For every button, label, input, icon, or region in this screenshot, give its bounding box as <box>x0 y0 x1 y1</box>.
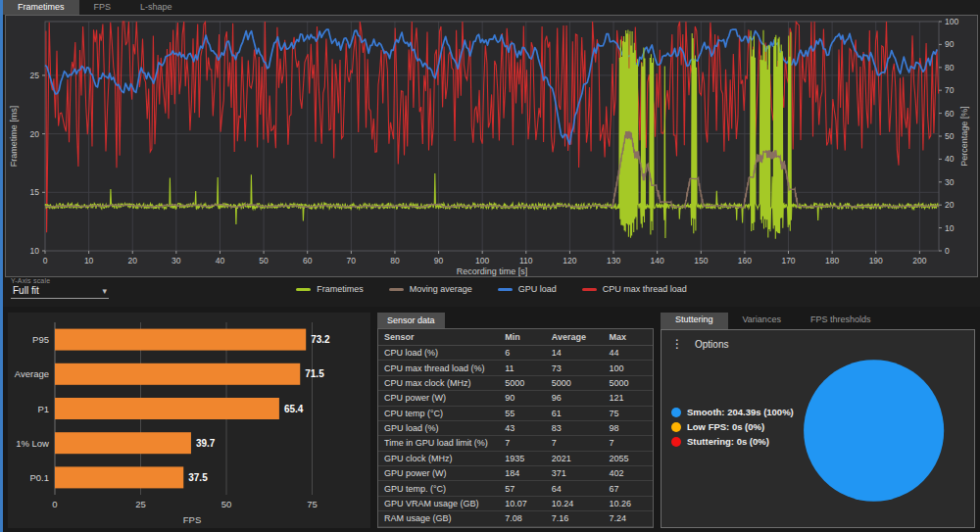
column-header: Sensor <box>378 329 499 346</box>
table-cell: 5000 <box>499 375 546 390</box>
table-cell: 83 <box>546 420 604 435</box>
legend-label: GPU load <box>518 284 557 294</box>
bar-p0-1 <box>55 466 183 488</box>
x-tick: 150 <box>694 256 708 266</box>
table-cell: 2055 <box>604 451 653 465</box>
column-header: Min <box>499 329 546 346</box>
sensor-data-panel: Sensor data SensorMinAverageMax CPU load… <box>377 313 654 528</box>
x-tick: 160 <box>738 256 752 266</box>
bar-value-label: 37.5 <box>188 472 208 483</box>
table-cell: 184 <box>499 466 546 481</box>
stuttering-legend: Smooth: 204.39s (100%)Low FPS: 0s (0%)St… <box>671 407 794 447</box>
bar-p95 <box>55 329 306 351</box>
table-cell: 10.24 <box>546 496 604 510</box>
column-header: Average <box>546 329 604 346</box>
stuttering-panel: StutteringVariancesFPS thresholds ⋮ Opti… <box>661 313 975 528</box>
y-right-tick: 60 <box>945 109 955 119</box>
table-cell: GPU power (W) <box>378 466 499 481</box>
options-label: Options <box>695 339 728 350</box>
bar-category-label: Average <box>15 368 49 379</box>
tab-sensor-data[interactable]: Sensor data <box>377 313 445 328</box>
table-cell: 7.16 <box>546 511 604 526</box>
table-cell: 55 <box>499 406 546 420</box>
options-button[interactable]: ⋮ Options <box>671 338 728 350</box>
y-right-tick: 50 <box>945 131 955 141</box>
frametime-chart: 1015202501020304050607080901000102030405… <box>6 16 978 276</box>
table-cell: CPU temp (°C) <box>378 406 499 420</box>
legend-swatch <box>498 288 513 291</box>
y-left-tick: 15 <box>30 187 40 197</box>
bar-x-axis-label: FPS <box>183 514 201 525</box>
chart-tabbar: FrametimesFPSL-shape <box>3 0 980 15</box>
legend-label: CPU max thread load <box>603 284 687 294</box>
legend-item-moving-average: Moving average <box>389 284 472 294</box>
table-cell: CPU power (W) <box>378 391 499 406</box>
frametime-chart-panel: 1015202501020304050607080901000102030405… <box>5 15 978 277</box>
x-tick: 60 <box>303 256 313 266</box>
table-cell: 7.08 <box>499 511 546 526</box>
y-right-tick: 90 <box>945 39 955 49</box>
tab-fps-thresholds[interactable]: FPS thresholds <box>796 313 886 329</box>
table-row: GPU VRAM usage (GB)10.0710.2410.26 <box>378 496 653 510</box>
pie-legend-dot <box>671 437 681 447</box>
tab-l-shape[interactable]: L-shape <box>125 0 187 15</box>
pie-legend-label: Stuttering: 0s (0%) <box>687 436 769 447</box>
x-tick: 100 <box>475 256 489 266</box>
table-cell: 57 <box>499 481 546 496</box>
fps-percentile-panel: 0255075P9573.2Average71.5P165.41% Low39.… <box>8 313 370 528</box>
table-cell: 10.26 <box>604 496 653 510</box>
table-cell: RAM usage (GB) <box>378 511 499 526</box>
table-cell: 371 <box>546 466 604 481</box>
table-cell: 7 <box>604 436 653 451</box>
bar-x-tick: 50 <box>221 499 232 509</box>
pie-legend-label: Low FPS: 0s (0%) <box>687 421 764 432</box>
table-row: GPU power (W)184371402 <box>378 466 653 481</box>
x-tick: 120 <box>563 256 576 266</box>
tab-fps[interactable]: FPS <box>79 0 126 15</box>
legend-label: Moving average <box>410 284 472 294</box>
y-axis-scale-label: Y-Axis scale <box>11 277 109 284</box>
y-right-tick: 30 <box>945 177 955 187</box>
x-tick: 50 <box>259 256 269 266</box>
bar-x-tick: 75 <box>307 499 318 509</box>
y-right-tick: 10 <box>945 223 955 233</box>
bar-category-label: P1 <box>37 404 49 414</box>
y-left-tick: 10 <box>30 246 40 256</box>
x-tick: 180 <box>825 256 839 266</box>
pie-legend-label: Smooth: 204.39s (100%) <box>687 407 794 417</box>
capframex-analysis-window: FrametimesFPSL-shape 1015202501020304050… <box>0 0 980 532</box>
bottom-section: 0255075P9573.2Average71.5P165.41% Low39.… <box>3 307 980 532</box>
x-axis-label: Recording time [s] <box>457 266 528 276</box>
table-cell: 121 <box>604 391 653 406</box>
table-cell: CPU load (%) <box>378 346 499 361</box>
bar-average <box>55 363 300 385</box>
chart-footer: Y-Axis scale Full fit ▾ FrametimesMoving… <box>3 277 980 307</box>
y-right-tick: 40 <box>945 154 955 164</box>
x-tick: 70 <box>347 256 357 266</box>
table-cell: 7 <box>499 436 546 451</box>
y-right-tick: 100 <box>945 17 958 26</box>
x-tick: 10 <box>84 256 94 266</box>
sensor-table-header-row: SensorMinAverageMax <box>378 329 653 346</box>
pie-legend-dot <box>671 422 681 432</box>
table-row: CPU power (W)9096121 <box>378 391 653 406</box>
table-cell: GPU clock (MHz) <box>378 451 499 465</box>
table-cell: GPU load (%) <box>378 420 499 435</box>
legend-item-gpu-load: GPU load <box>498 284 557 294</box>
tab-frametimes[interactable]: Frametimes <box>3 0 79 15</box>
tab-variances[interactable]: Variances <box>728 313 796 329</box>
pie-legend-item-stuttering: Stuttering: 0s (0%) <box>671 436 794 447</box>
y-right-tick: 70 <box>945 85 955 95</box>
bar-p1 <box>55 398 279 419</box>
x-tick: 200 <box>912 256 926 266</box>
y-right-tick: 0 <box>945 246 950 256</box>
legend-swatch <box>296 288 311 291</box>
table-cell: 5000 <box>546 375 604 390</box>
table-cell: 402 <box>604 466 653 481</box>
pie-legend-dot <box>671 408 681 417</box>
sensor-table: SensorMinAverageMax CPU load (%)61444CPU… <box>378 329 653 527</box>
tab-stuttering[interactable]: Stuttering <box>661 313 728 329</box>
pie-slice-smooth <box>804 360 944 502</box>
table-row: CPU load (%)61444 <box>378 346 653 361</box>
table-cell: CPU max clock (MHz) <box>378 375 499 390</box>
